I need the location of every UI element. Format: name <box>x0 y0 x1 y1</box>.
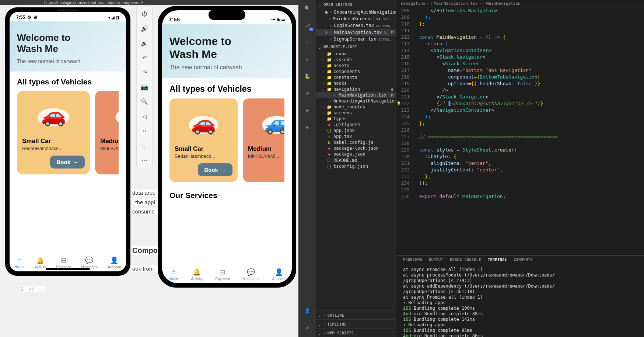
breadcrumb-file[interactable]: ⚛ MainNavigation.tsx › <box>430 1 481 6</box>
book-button[interactable]: Book → <box>198 163 233 176</box>
tree-item[interactable]: {}app.json <box>316 128 396 133</box>
vehicles-section: All types of Vehicles 🚗 Small Car SedanH… <box>10 72 126 180</box>
open-editor-item[interactable]: ⚛LoginScreen.tsx screens/auth <box>316 22 396 29</box>
rotate-right-icon[interactable]: ↷ <box>140 69 148 77</box>
terminal-output[interactable]: at async Promise.all (index 1) at async … <box>396 265 644 337</box>
zoom-icon[interactable]: 🔍 <box>140 98 148 106</box>
run-debug-icon[interactable]: ▷ <box>303 38 312 46</box>
tree-item[interactable]: ›📁components <box>316 69 396 74</box>
breadcrumb-folder[interactable]: navigation › <box>401 1 429 6</box>
vehicle-card-small[interactable]: 🚗 Small Car SedanHatchback... Book → <box>169 98 238 182</box>
android-home-bar[interactable] <box>46 268 90 270</box>
tree-item[interactable]: ›📁.expo <box>316 51 396 57</box>
android-status-bar: 7:55 ⚙ ⛨ ▾ ◢ ◨ <box>10 12 126 21</box>
settings-gear-icon[interactable]: ⚙ <box>303 323 312 332</box>
python-icon[interactable]: 🐍 <box>303 72 312 80</box>
more-icon[interactable]: ⋯ <box>140 156 148 164</box>
rotate-left-icon[interactable]: ↶ <box>140 54 148 62</box>
hero-title: Welcome toWash Me <box>17 32 119 55</box>
volume-down-icon[interactable]: 🔉 <box>140 39 148 47</box>
back-icon[interactable]: ◁ <box>140 112 148 120</box>
tree-item[interactable]: Bbabel.config.js <box>316 139 396 145</box>
open-editors-header[interactable]: OPEN EDITORS <box>316 0 396 8</box>
open-editor-item[interactable]: ●⚛OnboardingAuthNavigation.ts... <box>316 8 396 15</box>
tree-item[interactable]: ◆package.json <box>316 151 396 157</box>
source-control-icon[interactable]: ⎇1 <box>303 21 312 29</box>
overview-icon[interactable]: □ <box>140 142 148 150</box>
chevron-icon: › <box>322 76 325 79</box>
code-content[interactable]: 2082092102112122132142152162172182192202… <box>396 7 644 255</box>
tab-output[interactable]: OUTPUT <box>429 258 443 263</box>
chevron-icon: › <box>322 52 325 56</box>
bottom-panel: PROBLEMS OUTPUT DEBUG CONSOLE TERMINAL C… <box>396 255 644 337</box>
extensions-icon[interactable]: ⊞ <box>303 55 312 63</box>
search-icon[interactable]: 🔍 <box>303 4 312 13</box>
open-editor-item[interactable]: ⚛SignupScreen.tsx screens/auth <box>316 36 396 42</box>
tree-item[interactable]: ⌄📁navigation● <box>316 86 396 92</box>
tree-item[interactable]: ›📁assets <box>316 63 396 69</box>
file-type-icon: 📁 <box>327 105 332 110</box>
bottom-navigation: ⌂Home 🔔Activity ⊟Payment 💬Messages 👤Acco… <box>162 265 292 283</box>
npm-scripts-header[interactable]: › NPM SCRIPTS <box>316 328 396 337</box>
nav-activity[interactable]: 🔔Activity <box>35 256 46 269</box>
home-circle-icon[interactable]: ○ <box>140 127 148 135</box>
tree-item[interactable]: ›📁constants <box>316 74 396 80</box>
remote-icon[interactable]: ◉ <box>303 105 312 114</box>
project-header[interactable]: WM-MOBILE-CUST <box>316 42 396 51</box>
book-button[interactable]: Book → <box>50 156 85 168</box>
tree-item[interactable]: ⓘREADME.md <box>316 157 396 163</box>
tab-terminal[interactable]: TERMINAL <box>488 258 507 263</box>
code-text[interactable]: </BottomTabs.Navigator> ); }; const Main… <box>413 7 644 255</box>
close-icon[interactable]: × <box>325 29 328 35</box>
emulator-min-icon[interactable]: – <box>153 2 158 7</box>
tab-debug-console[interactable]: DEBUG CONSOLE <box>450 258 481 263</box>
tree-item[interactable]: ›📁node_modules <box>316 104 396 110</box>
breadcrumb[interactable]: navigation › ⚛ MainNavigation.tsx › ⬚ Ma… <box>396 0 644 7</box>
nav-payment[interactable]: ⊟Payment <box>216 268 230 281</box>
db-icon[interactable]: ◆ <box>303 122 312 131</box>
nav-activity[interactable]: 🔔Activity <box>191 268 203 281</box>
tree-item[interactable]: ›📁types <box>316 116 396 122</box>
nav-home[interactable]: ⌂Home <box>168 268 178 281</box>
tree-item[interactable]: ⚛OnboardingAuthNavigation.tsx <box>316 98 396 104</box>
timeline-header[interactable]: › TIMELINE <box>316 319 396 328</box>
tree-item-name: hooks <box>333 81 347 86</box>
tree-item[interactable]: ⚛App.tsx <box>316 133 396 139</box>
tree-item[interactable]: ◆.gitignore <box>316 122 396 128</box>
file-type-icon: ⚛ <box>332 93 337 98</box>
bell-icon: 🔔 <box>36 256 44 264</box>
vehicle-card-small[interactable]: 🚗 Small Car SedanHatchback... Book → <box>17 91 90 174</box>
signal-icon: ••• <box>271 17 275 21</box>
account-icon[interactable]: 👤 <box>303 306 312 315</box>
github-icon[interactable]: ◔ <box>303 88 312 97</box>
tree-item[interactable]: ›📁screens <box>316 110 396 116</box>
nav-account[interactable]: 👤Account <box>272 268 286 281</box>
editor-filename: MainAuthScreen.tsx <box>333 16 381 21</box>
power-icon[interactable]: ⏻ <box>140 10 148 18</box>
vehicle-card-medium[interactable]: 🚙 Mediu Mini SUV <box>95 91 119 174</box>
open-editor-item[interactable]: ⚛MainAuthScreen.tsx screens/a... <box>316 15 396 22</box>
nav-payment[interactable]: ⊟Payment <box>56 256 71 269</box>
tab-problems[interactable]: PROBLEMS <box>403 258 422 263</box>
nav-messages[interactable]: 💬Messages <box>81 256 98 269</box>
camera-icon[interactable]: 📷 <box>140 83 148 91</box>
react-file-icon: ⚛ <box>329 37 332 42</box>
volume-up-icon[interactable]: 🔊 <box>140 25 148 33</box>
open-editor-item[interactable]: ×⚛MainNavigation.tsx navig...M <box>316 29 396 36</box>
nav-home[interactable]: ⌂Home <box>15 256 25 269</box>
outline-header[interactable]: › OUTLINE <box>316 310 396 319</box>
tree-item[interactable]: ›📁.vscode <box>316 57 396 63</box>
vehicle-card-medium[interactable]: 🚙 Medium Mini SUVsMi... <box>243 98 284 182</box>
tree-item[interactable]: {}tsconfig.json <box>316 163 396 169</box>
nav-account[interactable]: 👤Account <box>108 256 121 269</box>
file-type-icon: ⚛ <box>329 99 332 104</box>
tree-item[interactable]: ◆package-lock.json <box>316 145 396 151</box>
tree-item-name: OnboardingAuthNavigation.tsx <box>333 98 396 104</box>
modified-indicator: M <box>391 30 393 35</box>
tree-item[interactable]: ›📁hooks <box>316 80 396 86</box>
tab-comments[interactable]: COMMENTS <box>514 258 533 263</box>
tree-item[interactable]: ⚛MainNavigation.tsxM <box>316 92 396 98</box>
nav-messages[interactable]: 💬Messages <box>243 268 260 281</box>
tree-item-name: app.json <box>333 128 355 133</box>
breadcrumb-symbol[interactable]: ⬚ MainNavigation <box>483 1 520 6</box>
